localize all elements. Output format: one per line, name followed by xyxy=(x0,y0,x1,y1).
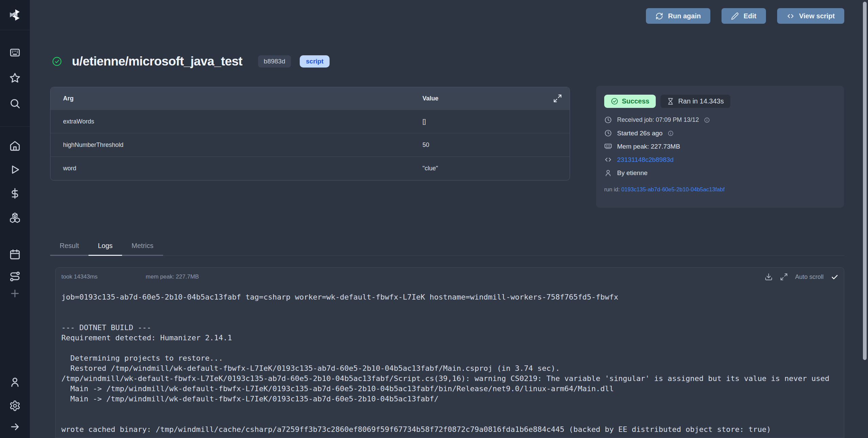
pencil-icon xyxy=(731,12,739,20)
script-hash-link[interactable]: 23131148c2b8983d xyxy=(617,156,674,164)
resources-boxes-icon[interactable] xyxy=(9,211,21,223)
favorites-star-icon[interactable] xyxy=(9,72,21,84)
started-label: Started 26s ago xyxy=(617,130,663,137)
script-type-badge[interactable]: script xyxy=(300,55,330,68)
settings-gear-icon[interactable] xyxy=(9,400,21,412)
page-scrollbar[interactable] xyxy=(863,2,867,360)
info-icon[interactable] xyxy=(668,130,674,136)
flows-route-icon[interactable] xyxy=(9,271,21,282)
duration-chip: Ran in 14.343s xyxy=(660,95,730,108)
script-hash-row: 23131148c2b8983d xyxy=(604,153,844,166)
view-script-label: View script xyxy=(799,12,835,20)
run-again-button[interactable]: Run again xyxy=(646,8,710,24)
info-icon[interactable] xyxy=(704,117,710,123)
log-mem-peak-label: mem peak: 227.7MB xyxy=(146,273,199,280)
duration-label: Ran in 14.343s xyxy=(678,97,724,105)
refresh-icon xyxy=(655,12,663,20)
column-header-value: Value xyxy=(422,95,570,102)
success-check-icon xyxy=(52,56,62,67)
result-tabs: Result Logs Metrics xyxy=(50,239,844,256)
log-header: took 14343ms mem peak: 227.7MB Auto scro… xyxy=(56,268,844,286)
auto-scroll-checkbox[interactable] xyxy=(831,273,839,281)
tab-metrics[interactable]: Metrics xyxy=(122,239,163,256)
code-icon xyxy=(604,156,612,164)
received-label: Received job: 07:09 PM 13/12 xyxy=(617,116,699,123)
clock-icon xyxy=(604,129,612,137)
schedules-calendar-icon[interactable] xyxy=(9,249,21,260)
arg-value: 50 xyxy=(422,141,570,149)
args-table: Arg Value extraWords [] highNumberThresh… xyxy=(50,87,570,180)
run-id-row: run id: 0193c135-ab7d-60e5-2b10-04b5ac13… xyxy=(604,186,844,193)
arg-name: word xyxy=(51,165,422,172)
download-icon[interactable] xyxy=(765,273,773,281)
expand-log-icon[interactable] xyxy=(780,273,788,281)
run-again-label: Run again xyxy=(668,12,701,20)
tab-result[interactable]: Result xyxy=(50,239,88,256)
memory-icon xyxy=(604,142,612,150)
auto-scroll-label: Auto scroll xyxy=(795,273,824,281)
edit-button[interactable]: Edit xyxy=(722,8,766,24)
job-details-panel: Success Ran in 14.343s Received job: 07:… xyxy=(596,86,844,208)
arg-name: extraWords xyxy=(51,118,422,125)
view-script-button[interactable]: View script xyxy=(777,8,844,24)
search-icon[interactable] xyxy=(9,98,21,109)
log-panel: took 14343ms mem peak: 227.7MB Auto scro… xyxy=(55,267,844,438)
author-label: By etienne xyxy=(617,169,648,177)
detail-list: Received job: 07:09 PM 13/12 Started 26s… xyxy=(604,113,844,179)
author-row: By etienne xyxy=(604,166,844,179)
table-row: word "clue" xyxy=(51,156,570,180)
page-title: u/etienne/microsoft_java_test xyxy=(72,54,242,69)
log-output: job=0193c135-ab7d-60e5-2b10-04b5ac13fabf… xyxy=(56,286,844,435)
mem-peak-label: Mem peak: 227.73MB xyxy=(617,143,680,150)
variables-dollar-icon[interactable] xyxy=(9,188,21,199)
args-table-header: Arg Value xyxy=(51,87,570,110)
title-row: u/etienne/microsoft_java_test b8983d scr… xyxy=(52,54,330,69)
header-actions: Run again Edit View script xyxy=(646,8,844,24)
edit-label: Edit xyxy=(744,12,756,20)
add-plus-icon[interactable] xyxy=(9,288,21,299)
status-label: Success xyxy=(622,97,649,105)
windmill-logo[interactable] xyxy=(0,0,30,30)
runs-play-icon[interactable] xyxy=(9,164,21,175)
column-header-arg: Arg xyxy=(51,95,422,102)
log-took-label: took 14343ms xyxy=(61,273,98,280)
status-row: Success Ran in 14.343s xyxy=(596,86,844,108)
arg-value: "clue" xyxy=(422,165,570,172)
received-row: Received job: 07:09 PM 13/12 xyxy=(604,113,844,127)
arg-name: highNumberThreshold xyxy=(51,141,422,149)
code-icon xyxy=(787,12,794,20)
keyboard-apps-icon[interactable] xyxy=(9,47,21,58)
run-id-label: run id: xyxy=(604,186,621,192)
expand-args-icon[interactable] xyxy=(553,94,562,103)
clock-icon xyxy=(604,116,612,124)
started-row: Started 26s ago xyxy=(604,127,844,140)
expand-sidebar-arrow-icon[interactable] xyxy=(9,421,21,433)
home-icon[interactable] xyxy=(9,140,21,152)
sidebar xyxy=(0,0,30,438)
user-icon xyxy=(604,169,612,177)
table-row: extraWords [] xyxy=(51,110,570,133)
hourglass-icon xyxy=(667,98,674,105)
tabs-underline xyxy=(163,239,844,256)
run-id-link[interactable]: 0193c135-ab7d-60e5-2b10-04b5ac13fabf xyxy=(621,186,725,192)
account-user-icon[interactable] xyxy=(9,376,21,388)
tab-logs[interactable]: Logs xyxy=(88,239,122,256)
version-hash-badge: b8983d xyxy=(258,55,291,68)
sidebar-divider xyxy=(0,126,30,127)
status-badge: Success xyxy=(604,95,656,108)
mem-peak-row: Mem peak: 227.73MB xyxy=(604,140,844,153)
table-row: highNumberThreshold 50 xyxy=(51,133,570,156)
arg-value: [] xyxy=(422,118,570,125)
log-controls: Auto scroll xyxy=(765,273,839,281)
